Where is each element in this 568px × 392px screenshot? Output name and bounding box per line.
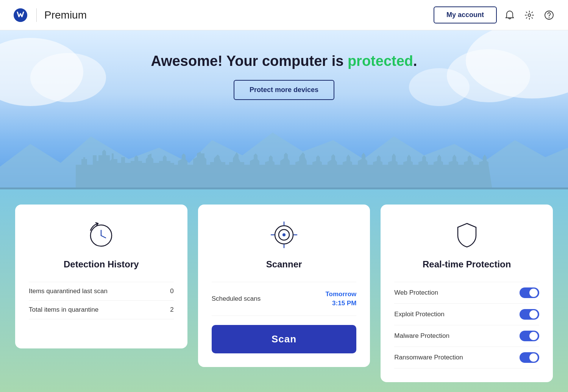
- detection-history-title: Detection History: [29, 259, 174, 270]
- hero-title-part1: Awesome! Your computer is: [151, 53, 347, 69]
- hero-title-period: .: [413, 53, 417, 69]
- hero-title-protected: protected: [348, 53, 413, 69]
- web-protection-toggle[interactable]: [520, 287, 539, 298]
- detection-history-card: Detection History Items quarantined last…: [15, 205, 187, 348]
- skyline-decoration: [0, 129, 568, 189]
- my-account-button[interactable]: My account: [434, 6, 497, 23]
- notifications-icon[interactable]: [503, 8, 517, 22]
- stat-label: Items quarantined last scan: [29, 287, 108, 295]
- scan-time-line2: 3:15 PM: [332, 300, 356, 307]
- logo-divider: [36, 8, 37, 22]
- history-icon: [86, 220, 116, 250]
- realtime-protection-title: Real-time Protection: [394, 259, 539, 270]
- hero-title: Awesome! Your computer is protected.: [151, 53, 417, 69]
- scan-time: Tomorrow 3:15 PM: [325, 290, 356, 308]
- scan-button[interactable]: Scan: [212, 325, 357, 353]
- detection-history-stats: Items quarantined last scan 0 Total item…: [29, 282, 174, 319]
- malware-protection-toggle[interactable]: [520, 331, 539, 341]
- scan-schedule-row: Scheduled scans Tomorrow 3:15 PM: [212, 282, 357, 316]
- protection-label: Ransomware Protection: [394, 354, 463, 361]
- stat-row-quarantined-last-scan: Items quarantined last scan 0: [29, 282, 174, 300]
- settings-icon[interactable]: [523, 8, 536, 22]
- stat-row-total-quarantine: Total items in quarantine 2: [29, 300, 174, 319]
- protection-row-ransomware: Ransomware Protection: [394, 347, 539, 369]
- stat-value: 2: [170, 306, 173, 314]
- scanner-title: Scanner: [212, 259, 357, 270]
- scheduled-scans-label: Scheduled scans: [212, 295, 261, 303]
- protection-label: Malware Protection: [394, 332, 449, 340]
- protect-more-devices-button[interactable]: Protect more devices: [234, 80, 334, 100]
- protection-row-web: Web Protection: [394, 282, 539, 303]
- scanner-card: Scanner Scheduled scans Tomorrow 3:15 PM…: [198, 205, 370, 367]
- protection-label: Exploit Protection: [394, 311, 444, 318]
- scan-time-line1: Tomorrow: [325, 290, 356, 298]
- stat-label: Total items in quarantine: [29, 306, 98, 314]
- scanner-icon: [269, 220, 299, 250]
- svg-point-0: [528, 14, 531, 16]
- ransomware-protection-toggle[interactable]: [520, 352, 539, 363]
- app-title: Premium: [44, 9, 87, 21]
- svg-point-10: [282, 233, 286, 236]
- cards-section: Detection History Items quarantined last…: [0, 189, 568, 392]
- malwarebytes-logo-icon: [12, 7, 29, 23]
- svg-point-2: [549, 17, 549, 18]
- scanner-icon-area: [212, 220, 357, 250]
- protection-list: Web Protection Exploit Protection Malwar…: [394, 282, 539, 369]
- hero-section: Awesome! Your computer is protected. Pro…: [0, 30, 568, 189]
- protection-label: Web Protection: [394, 289, 438, 297]
- header-right: My account: [434, 6, 556, 23]
- shield-icon: [452, 220, 482, 250]
- header: Premium My account: [0, 0, 568, 30]
- stat-value: 0: [170, 287, 173, 295]
- logo-area: Premium: [12, 7, 87, 23]
- realtime-protection-card: Real-time Protection Web Protection Expl…: [381, 205, 553, 382]
- realtime-icon-area: [394, 220, 539, 250]
- protection-row-malware: Malware Protection: [394, 325, 539, 347]
- svg-point-1: [545, 11, 553, 19]
- protection-row-exploit: Exploit Protection: [394, 303, 539, 325]
- detection-history-icon-area: [29, 220, 174, 250]
- exploit-protection-toggle[interactable]: [520, 309, 539, 320]
- help-icon[interactable]: [542, 8, 556, 22]
